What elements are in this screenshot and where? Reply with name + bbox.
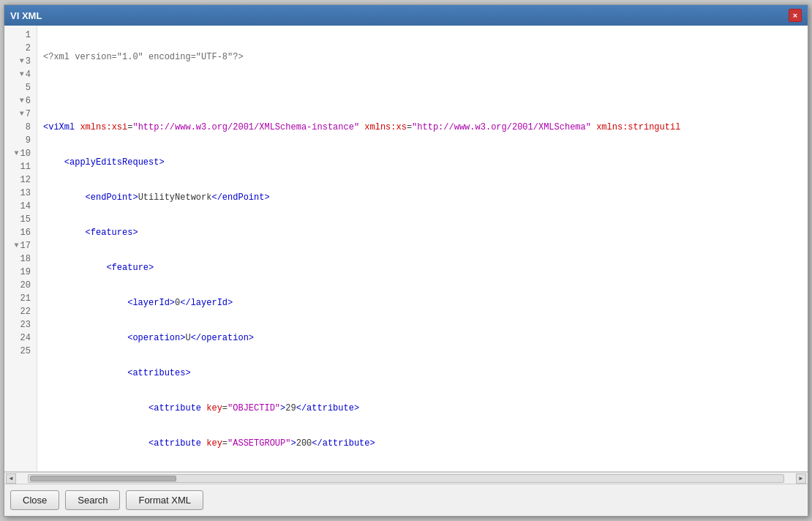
footer: Close Search Format XML xyxy=(4,484,808,516)
format-xml-button[interactable]: Format XML xyxy=(126,490,203,510)
line-num-3[interactable]: ▼3 xyxy=(4,55,37,68)
code-line-12: <attribute key="ASSETGROUP">200</attribu… xyxy=(37,437,808,450)
code-line-10: <attributes> xyxy=(37,367,808,380)
line-num-13: 13 xyxy=(4,187,37,200)
line-num-9: 9 xyxy=(4,134,37,147)
line-num-21: 21 xyxy=(4,292,37,305)
code-line-6: <features> xyxy=(37,226,808,239)
code-line-11: <attribute key="OBJECTID">29</attribute> xyxy=(37,402,808,415)
line-num-10[interactable]: ▼10 xyxy=(4,147,37,160)
line-num-12: 12 xyxy=(4,173,37,187)
scroll-left-button[interactable]: ◀ xyxy=(6,473,16,484)
code-line-5: <endPoint>UtilityNetwork</endPoint> xyxy=(37,191,808,204)
line-num-23: 23 xyxy=(4,318,37,331)
line-num-4[interactable]: ▼4 xyxy=(4,68,37,81)
code-line-3: <viXml xmlns:xsi="http://www.w3.org/2001… xyxy=(37,121,808,134)
line-numbers: 1 2 ▼3 ▼4 5 ▼6 ▼7 8 9 ▼10 11 12 13 14 15… xyxy=(4,26,37,471)
close-button[interactable]: Close xyxy=(10,490,59,510)
line-num-22: 22 xyxy=(4,305,37,318)
horizontal-scrollbar[interactable] xyxy=(28,474,784,483)
code-line-7: <feature> xyxy=(37,261,808,274)
code-line-4: <applyEditsRequest> xyxy=(37,156,808,169)
dialog-title: VI XML xyxy=(10,10,42,21)
code-area[interactable]: 1 2 ▼3 ▼4 5 ▼6 ▼7 8 9 ▼10 11 12 13 14 15… xyxy=(4,26,808,472)
line-num-15: 15 xyxy=(4,213,37,226)
title-bar: VI XML × xyxy=(4,5,808,26)
scroll-right-button[interactable]: ▶ xyxy=(796,473,806,484)
line-num-6[interactable]: ▼6 xyxy=(4,94,37,108)
line-num-19: 19 xyxy=(4,266,37,279)
line-num-25: 25 xyxy=(4,345,37,358)
code-content: 1 2 ▼3 ▼4 5 ▼6 ▼7 8 9 ▼10 11 12 13 14 15… xyxy=(4,26,808,471)
line-num-8: 8 xyxy=(4,121,37,134)
code-line-1: <?xml version="1.0" encoding="UTF-8"?> xyxy=(37,50,808,64)
line-num-16: 16 xyxy=(4,226,37,239)
line-num-11: 11 xyxy=(4,160,37,173)
scrollbar-thumb[interactable] xyxy=(30,476,176,481)
line-num-20: 20 xyxy=(4,279,37,292)
horizontal-scrollbar-area: ◀ ▶ xyxy=(4,472,808,484)
code-lines[interactable]: <?xml version="1.0" encoding="UTF-8"?> <… xyxy=(37,26,808,471)
line-num-17[interactable]: ▼17 xyxy=(4,239,37,252)
code-line-2 xyxy=(37,86,808,99)
line-num-14: 14 xyxy=(4,200,37,213)
code-line-9: <operation>U</operation> xyxy=(37,331,808,345)
search-button[interactable]: Search xyxy=(65,490,120,510)
line-num-18: 18 xyxy=(4,252,37,266)
title-close-button[interactable]: × xyxy=(789,9,802,22)
line-num-2: 2 xyxy=(4,42,37,55)
line-num-1: 1 xyxy=(4,29,37,42)
code-line-8: <layerId>0</layerId> xyxy=(37,296,808,310)
line-num-5: 5 xyxy=(4,81,37,94)
line-num-7[interactable]: ▼7 xyxy=(4,108,37,121)
vi-xml-dialog: VI XML × 1 2 ▼3 ▼4 5 ▼6 ▼7 8 9 ▼10 11 12… xyxy=(4,4,808,517)
line-num-24: 24 xyxy=(4,331,37,345)
